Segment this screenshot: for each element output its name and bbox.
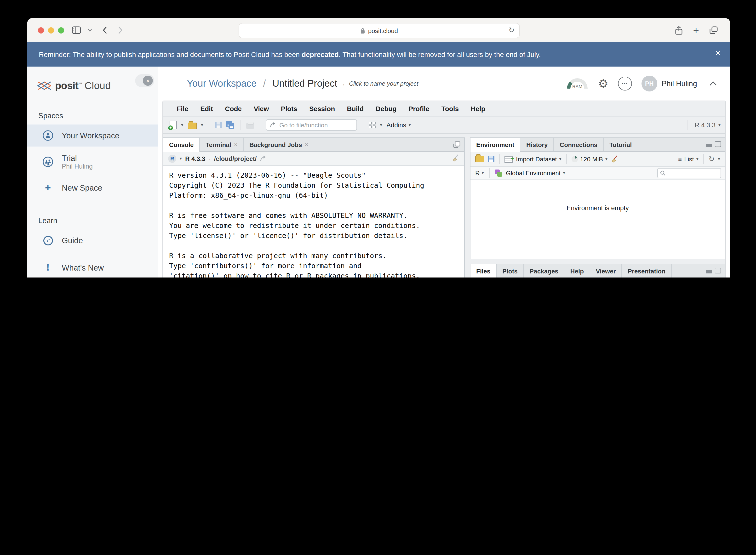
maximize-pane-icon[interactable] [715,141,721,147]
save-all-icon[interactable] [226,121,234,129]
menu-file[interactable]: File [177,105,188,113]
menu-code[interactable]: Code [225,105,242,113]
sidebar-item-whats-new[interactable]: ! What's New [27,258,158,277]
menu-view[interactable]: View [254,105,269,113]
sidebar-item-label: New Space [62,183,102,192]
save-icon[interactable] [215,122,222,128]
banner-text: Reminder: The ability to publish applica… [39,50,541,58]
more-options-icon[interactable]: ••• [618,77,632,90]
tab-tutorial[interactable]: Tutorial [604,138,638,151]
new-tab-icon[interactable]: + [693,25,699,35]
memory-usage-dropdown[interactable]: 120 MiB ▾ [571,156,607,163]
tab-plots[interactable]: Plots [496,264,524,278]
minimize-window-button[interactable] [48,27,54,33]
maximize-pane-icon[interactable] [715,268,721,273]
back-button[interactable] [103,26,107,34]
sidebar-item-your-workspace[interactable]: Your Workspace [27,125,158,146]
tab-help[interactable]: Help [565,264,590,278]
goto-file-input[interactable]: Go to file/function [266,119,357,131]
rename-hint: ← Click to name your project [342,80,418,87]
sidebar-item-trial[interactable]: Trial Phil Huling [27,150,158,174]
workspace-panes-icon[interactable] [369,122,375,128]
tab-viewer[interactable]: Viewer [590,264,622,278]
plus-icon: + [42,182,54,194]
tab-files[interactable]: Files [471,264,496,278]
tab-packages[interactable]: Packages [524,264,565,278]
r-version-caret-icon[interactable]: ▾ [180,156,182,161]
share-icon[interactable] [675,26,682,35]
panes-caret-icon[interactable]: ▾ [380,123,382,127]
open-file-icon[interactable] [188,122,197,129]
new-file-caret-icon[interactable]: ▾ [181,123,183,127]
project-title[interactable]: Untitled Project [272,78,337,89]
brand-cloud: Cloud [85,80,111,91]
chevron-down-icon[interactable] [88,29,92,32]
import-dataset-dropdown[interactable]: Import Dataset ▾ [516,156,561,163]
console-output[interactable]: R version 4.3.1 (2023-06-16) -- "Beagle … [163,166,464,278]
section-learn: Learn [38,216,158,225]
user-menu[interactable]: PH Phil Huling [641,76,697,91]
sidebar-item-new-space[interactable]: + New Space [27,178,158,197]
tab-console[interactable]: Console [163,138,200,152]
breadcrumb-workspace-link[interactable]: Your Workspace [187,78,256,89]
collapse-x-icon: × [143,76,153,86]
address-bar[interactable]: posit.cloud ↻ [239,23,520,38]
menu-session[interactable]: Session [309,105,335,113]
menu-help[interactable]: Help [471,105,485,113]
reload-icon[interactable]: ↻ [509,26,515,35]
banner-close-icon[interactable]: × [715,48,721,58]
save-workspace-icon[interactable] [488,156,494,162]
minimize-pane-icon[interactable] [706,144,712,147]
import-dataset-icon[interactable] [505,156,513,163]
main-area: Your Workspace / Untitled Project ← Clic… [158,67,730,278]
minimize-pane-icon[interactable] [706,270,712,273]
addins-dropdown[interactable]: Addins ▾ [386,121,411,129]
clear-console-icon[interactable] [452,154,460,162]
close-tab-icon[interactable]: × [234,141,237,148]
open-directory-icon[interactable] [260,156,267,161]
sidebar-toggle-icon[interactable] [72,26,81,34]
tab-overview-icon[interactable] [710,26,718,34]
environment-search-input[interactable] [657,168,721,178]
menu-build[interactable]: Build [347,105,364,113]
refresh-environment-icon[interactable]: ↻ [709,155,715,163]
sidebar-collapse-button[interactable]: × [135,74,154,87]
r-logo-icon[interactable]: R [168,155,176,163]
goto-arrow-icon [270,122,276,128]
open-file-caret-icon[interactable]: ▾ [201,123,203,127]
forward-button[interactable] [118,26,123,34]
settings-gear-icon[interactable]: ⚙ [598,78,608,89]
zoom-window-button[interactable] [58,27,64,33]
close-window-button[interactable] [38,27,44,33]
sidebar-item-guide[interactable]: Guide [27,231,158,250]
menu-profile[interactable]: Profile [408,105,429,113]
tab-presentation[interactable]: Presentation [622,264,672,278]
ram-gauge[interactable]: RAM [566,77,589,90]
global-environment-dropdown[interactable]: Global Environment ▾ [506,169,565,176]
list-view-dropdown[interactable]: ≡ List ▾ [678,156,699,163]
menu-debug[interactable]: Debug [375,105,396,113]
tab-history[interactable]: History [521,138,554,151]
posit-cloud-logo[interactable]: posit™ Cloud × [27,67,158,96]
tab-environment[interactable]: Environment [471,138,521,152]
load-workspace-icon[interactable] [475,156,484,162]
deprecation-banner: Reminder: The ability to publish applica… [27,42,730,67]
clear-environment-icon[interactable] [611,155,619,163]
sidebar-item-sublabel: Phil Huling [62,163,93,170]
chevron-up-icon[interactable] [710,81,717,86]
menu-edit[interactable]: Edit [200,105,213,113]
new-file-icon[interactable]: + [170,121,177,129]
language-dropdown[interactable]: R ▾ [475,169,484,176]
print-icon[interactable] [246,123,254,129]
goto-placeholder: Go to file/function [279,121,328,129]
r-version-dropdown[interactable]: R 4.3.3 ▾ [687,120,721,130]
user-name: Phil Huling [662,79,697,88]
menu-plots[interactable]: Plots [281,105,297,113]
tab-terminal[interactable]: Terminal× [200,138,244,151]
console-tabbar: Console Terminal× Background Jobs× [163,138,464,152]
maximize-pane-icon[interactable] [453,141,461,148]
tab-connections[interactable]: Connections [554,138,604,151]
close-tab-icon[interactable]: × [305,141,308,148]
menu-tools[interactable]: Tools [441,105,459,113]
tab-background-jobs[interactable]: Background Jobs× [244,138,315,151]
